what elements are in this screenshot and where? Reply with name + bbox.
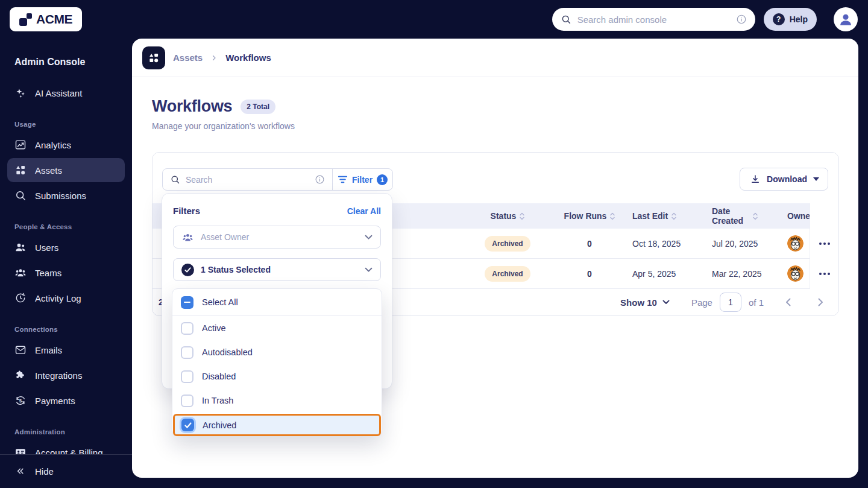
person-icon <box>838 11 854 27</box>
option-disabled[interactable]: Disabled <box>172 364 382 388</box>
page-subtitle: Manage your organization's workflows <box>152 121 295 131</box>
sidebar-item-label: Payments <box>35 396 75 406</box>
sidebar-item-teams[interactable]: Teams <box>7 261 125 285</box>
sidebar-item-ai-assistant[interactable]: AI Assistant <box>7 81 125 105</box>
page-number-input[interactable] <box>720 293 741 312</box>
table-search-filter-group: Filter 1 <box>162 168 393 191</box>
option-in-trash[interactable]: In Trash <box>172 388 382 413</box>
flow-runs-value: 0 <box>553 229 626 258</box>
admin-search-input[interactable] <box>577 14 730 25</box>
teams-icon <box>14 267 27 279</box>
assets-breadcrumb-icon <box>142 46 165 69</box>
chevron-down-icon <box>365 235 373 240</box>
payments-icon: $ <box>14 395 27 407</box>
sidebar-item-activity-log[interactable]: Activity Log <box>7 286 125 310</box>
filter-button[interactable]: Filter 1 <box>332 169 392 190</box>
info-icon[interactable] <box>315 174 325 185</box>
filters-title: Filters <box>173 206 200 216</box>
filter-label: Filter <box>352 175 373 185</box>
column-header-last-edit[interactable]: Last Edit <box>632 203 708 229</box>
page-size-label: Show 10 <box>620 297 657 308</box>
table-search-input[interactable] <box>186 175 309 185</box>
info-icon[interactable] <box>736 14 747 25</box>
topbar: ACME ? Help <box>0 0 868 39</box>
acme-logo[interactable]: ACME <box>10 7 82 31</box>
unchecked-checkbox[interactable] <box>181 346 193 359</box>
sidebar-item-analytics[interactable]: Analytics <box>7 133 125 157</box>
chevron-right-icon <box>210 54 218 62</box>
last-edit-value: Apr 5, 2025 <box>632 259 708 288</box>
unchecked-checkbox[interactable] <box>181 370 193 383</box>
option-label: Active <box>202 323 226 333</box>
svg-text:$: $ <box>19 398 22 404</box>
question-icon: ? <box>773 13 785 25</box>
sticky-actions-column <box>810 203 838 289</box>
indeterminate-checkbox[interactable] <box>181 296 193 309</box>
row-actions-menu-button[interactable] <box>818 239 831 249</box>
column-header-status[interactable]: Status <box>471 203 544 229</box>
chevron-down-icon <box>813 177 819 181</box>
sort-icon <box>671 212 676 220</box>
status-badge: Archived <box>485 266 530 282</box>
unchecked-checkbox[interactable] <box>181 322 193 335</box>
sidebar-item-payments[interactable]: $ Payments <box>7 388 125 413</box>
next-page-button[interactable] <box>812 294 829 311</box>
last-edit-value: Oct 18, 2025 <box>632 229 708 258</box>
row-actions-menu-button[interactable] <box>818 269 831 279</box>
total-count-badge: 2 Total <box>241 100 275 114</box>
user-avatar-button[interactable] <box>834 7 858 31</box>
breadcrumb: Assets Workflows <box>132 39 858 77</box>
sidebar-item-label: Activity Log <box>35 293 81 303</box>
page-label: Page <box>691 297 712 308</box>
column-label: Last Edit <box>632 211 668 221</box>
option-archived-highlighted[interactable]: Archived <box>173 414 381 436</box>
asset-owner-select[interactable]: Asset Owner <box>173 226 381 249</box>
clear-all-button[interactable]: Clear All <box>347 206 381 216</box>
sidebar-footer: Hide <box>0 454 132 488</box>
sidebar-item-label: Assets <box>35 165 62 176</box>
sort-icon <box>753 212 758 220</box>
previous-page-button[interactable] <box>779 294 796 311</box>
checked-checkbox[interactable] <box>181 419 194 431</box>
status-options-dropdown: Select All Active Autodisabled Disabled … <box>172 288 382 436</box>
page-title: Workflows <box>152 97 232 116</box>
option-active[interactable]: Active <box>172 316 382 340</box>
download-icon <box>750 174 761 185</box>
status-select[interactable]: 1 Status Selected <box>173 258 381 281</box>
chevron-right-icon <box>818 298 823 306</box>
sidebar-section-usage: Usage <box>14 121 118 128</box>
main-panel: Assets Workflows Workflows 2 Total Manag… <box>132 39 858 478</box>
sidebar-item-assets[interactable]: Assets <box>7 158 125 182</box>
download-button[interactable]: Download <box>740 168 828 191</box>
breadcrumb-assets-link[interactable]: Assets <box>173 52 203 63</box>
help-label: Help <box>790 14 808 24</box>
chevron-down-icon <box>662 300 670 305</box>
admin-search-bar[interactable] <box>552 8 755 31</box>
status-badge: Archived <box>485 236 530 252</box>
envelope-icon <box>14 344 27 356</box>
sidebar-item-integrations[interactable]: Integrations <box>7 363 125 387</box>
page-size-select[interactable]: Show 10 <box>620 297 670 308</box>
sidebar-item-emails[interactable]: Emails <box>7 338 125 362</box>
acme-logo-icon <box>19 13 33 26</box>
magnifier-icon <box>14 189 27 201</box>
sidebar-item-label: Integrations <box>35 370 82 381</box>
puzzle-icon <box>14 369 27 381</box>
sidebar-item-label: Users <box>35 242 58 253</box>
option-label: In Trash <box>202 396 233 405</box>
activity-clock-icon <box>14 292 27 304</box>
column-label: Date Created <box>712 206 749 226</box>
sidebar-section-administration: Administration <box>14 428 118 436</box>
column-header-flow-runs[interactable]: Flow Runs <box>553 203 626 229</box>
option-autodisabled[interactable]: Autodisabled <box>172 340 382 364</box>
check-circle-icon <box>181 264 194 276</box>
sidebar-item-users[interactable]: Users <box>7 235 125 259</box>
column-header-date-created[interactable]: Date Created <box>712 203 779 229</box>
help-button[interactable]: ? Help <box>764 8 817 31</box>
option-select-all[interactable]: Select All <box>172 289 382 316</box>
sidebar-hide-button[interactable]: Hide <box>7 460 125 484</box>
sidebar-item-submissions[interactable]: Submissions <box>7 183 125 208</box>
unchecked-checkbox[interactable] <box>181 395 193 407</box>
sidebar-item-label: Submissions <box>35 191 86 201</box>
table-search[interactable] <box>163 174 332 185</box>
